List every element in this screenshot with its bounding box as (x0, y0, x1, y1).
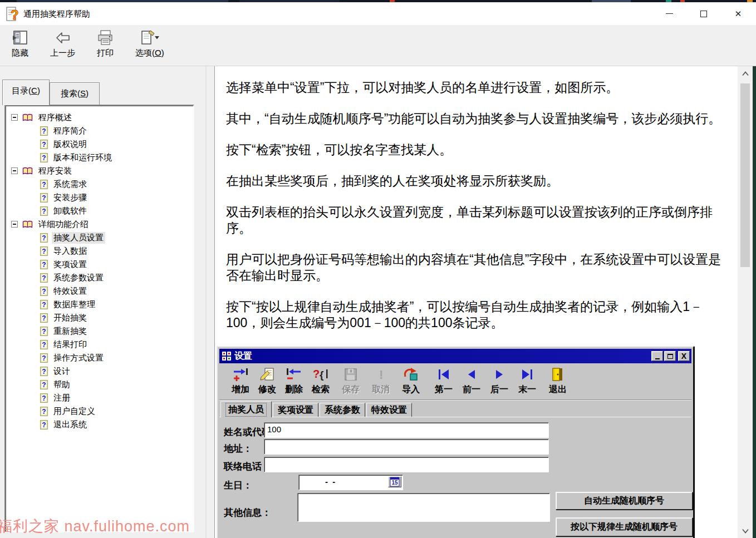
tree-group-item[interactable]: 程序安装 (6, 164, 193, 177)
toolbar-button-print[interactable]: 打印 (93, 27, 117, 63)
svg-text:15: 15 (391, 480, 398, 486)
dialog-tab-label: 奖项设置 (278, 404, 313, 416)
tree-item[interactable]: ?奖项设置 (6, 258, 193, 271)
tree-item[interactable]: ?帮助 (6, 378, 193, 391)
dialog-toolbar-cancel: !取消 (367, 366, 394, 398)
toolbar-button-label: 隐藏 (12, 48, 28, 58)
tree-item[interactable]: ?程序简介 (6, 124, 193, 137)
maximize-button[interactable] (689, 2, 718, 25)
svg-text:?: ? (42, 154, 46, 162)
toolbar-button-label: 打印 (97, 48, 114, 58)
help-page-icon: ? (40, 340, 48, 349)
dialog-toolbar-first: 第一 (430, 366, 458, 398)
tree-collapse-icon[interactable] (11, 167, 18, 174)
tree-item-label: 重新抽奖 (52, 325, 89, 337)
tree-group-item[interactable]: 程序概述 (6, 111, 193, 124)
book-icon (22, 220, 33, 229)
dialog-tab-label: 特效设置 (371, 404, 407, 416)
help-page-icon: ? (40, 287, 48, 296)
dialog-tab-label: 系统参数 (325, 404, 360, 416)
tree-item[interactable]: ?导入数据 (6, 244, 193, 258)
toolbar-button-options[interactable]: 选项(O) (132, 27, 168, 63)
last-icon (520, 366, 534, 383)
minimize-button[interactable] (655, 2, 684, 25)
help-page-icon: ? (40, 206, 48, 216)
svg-text:?: ? (42, 368, 46, 376)
screenshot-dialog-title: 设置 (234, 351, 650, 362)
tree-item[interactable]: ?抽奖人员设置 (6, 231, 193, 244)
dialog-toolbar-save: 保存 (337, 366, 364, 398)
tree-item[interactable]: ?系统参数设置 (6, 271, 193, 284)
screenshot-minimize-icon (651, 351, 663, 361)
dialog-toolbar-label: 取消 (372, 384, 390, 396)
tree-item-label: 导入数据 (52, 245, 89, 257)
tree-item[interactable]: ?重新抽奖 (6, 324, 193, 338)
tree-collapse-icon[interactable] (11, 114, 18, 121)
tree-item[interactable]: ?卸载软件 (6, 204, 193, 218)
tree-group-item[interactable]: 详细功能介绍 (6, 218, 193, 231)
svg-text:?: ? (11, 7, 19, 22)
dialog-toolbar-exit: 退出 (544, 366, 571, 398)
tree-item[interactable]: ?退出系统 (6, 418, 193, 431)
tree-item[interactable]: ?用户自定义 (6, 404, 193, 418)
tree-item[interactable]: ?特效设置 (6, 284, 193, 298)
first-icon (436, 366, 451, 383)
import-icon (403, 366, 419, 383)
dialog-toolbar-label: 末一 (518, 384, 536, 396)
dialog-tab: 抽奖人员 (220, 401, 272, 417)
tree-item[interactable]: ?版本和运行环境 (6, 151, 193, 164)
tree-item-label: 注册 (52, 392, 72, 404)
tree-item[interactable]: ?系统需求 (6, 177, 193, 191)
save-icon (343, 366, 358, 383)
background-window-edge (753, 66, 756, 538)
svg-text:?: ? (42, 261, 46, 269)
back-icon (54, 28, 72, 47)
tree-item[interactable]: ?安装步骤 (6, 191, 193, 204)
screenshot-dialog-body: 自动生成随机顺序号 按以下规律生成随机顺序号 从 1 ▲ ▼ 到 100 ▲ ▼ (219, 417, 691, 538)
content-scrollbar[interactable] (738, 66, 753, 538)
sidebar-tab-search[interactable]: 搜索(S) (50, 82, 100, 105)
sidebar: 目录(C)搜索(S) 程序概述?程序简介?版权说明?版本和运行环境程序安装?系统… (0, 66, 214, 538)
svg-text:?: ? (42, 288, 46, 295)
scrollbar-thumb[interactable] (740, 83, 750, 267)
tree-item[interactable]: ?数据库整理 (6, 298, 193, 311)
svg-text:?: ? (42, 127, 46, 135)
rule-generate-button: 按以下规律生成随机顺序号 (556, 517, 693, 536)
book-icon (22, 167, 33, 175)
tree-item[interactable]: ?注册 (6, 391, 193, 404)
svg-text:?: ? (42, 141, 46, 149)
sidebar-tab-contents[interactable]: 目录(C) (2, 80, 50, 105)
toolbar-button-back[interactable]: 上一步 (47, 27, 78, 63)
screenshot-dialog-titlebar: 设置 X (219, 349, 691, 363)
tree-item-label: 特效设置 (52, 285, 89, 297)
tree-item[interactable]: ?设计 (6, 364, 193, 378)
background-window-strip (0, 0, 756, 2)
tree-item[interactable]: ?开始抽奖 (6, 311, 193, 324)
scroll-up-icon[interactable] (738, 67, 753, 80)
dialog-tab: 系统参数 (320, 403, 365, 417)
tree-collapse-icon[interactable] (11, 221, 18, 228)
help-page-icon: ? (40, 380, 48, 389)
add-icon (233, 366, 248, 383)
tree-item-label: 操作方式设置 (52, 352, 105, 364)
exit-icon (551, 366, 564, 383)
svg-text:?: ? (42, 234, 46, 242)
scroll-down-icon[interactable] (738, 525, 753, 537)
tree-item[interactable]: ?结果打印 (6, 338, 193, 351)
help-toolbar: 隐藏上一步打印选项(O) (0, 25, 756, 66)
tree-item-label: 系统参数设置 (52, 272, 105, 284)
screenshot-dialog-toolbar: 增加修改删除?{检索保存!取消导入第一前一后一末一退出 (219, 364, 691, 400)
dialog-toolbar-label: 修改 (258, 384, 276, 396)
tree-item[interactable]: ?操作方式设置 (6, 351, 193, 364)
tree-item-label: 退出系统 (52, 419, 89, 431)
tree-group-label: 程序概述 (37, 112, 73, 124)
tree-item-label: 设计 (52, 366, 72, 377)
screenshot-dialog-tabs: 抽奖人员奖项设置系统参数特效设置 (219, 401, 691, 417)
toolbar-button-hide[interactable]: 隐藏 (8, 27, 32, 63)
tree-item[interactable]: ?版权说明 (6, 137, 193, 151)
pane-splitter[interactable] (205, 66, 207, 538)
close-button[interactable]: ✕ (724, 2, 753, 25)
dialog-toolbar-label: 导入 (402, 384, 420, 396)
tree-item-label: 抽奖人员设置 (52, 232, 105, 244)
form-field-other-info (297, 493, 550, 522)
